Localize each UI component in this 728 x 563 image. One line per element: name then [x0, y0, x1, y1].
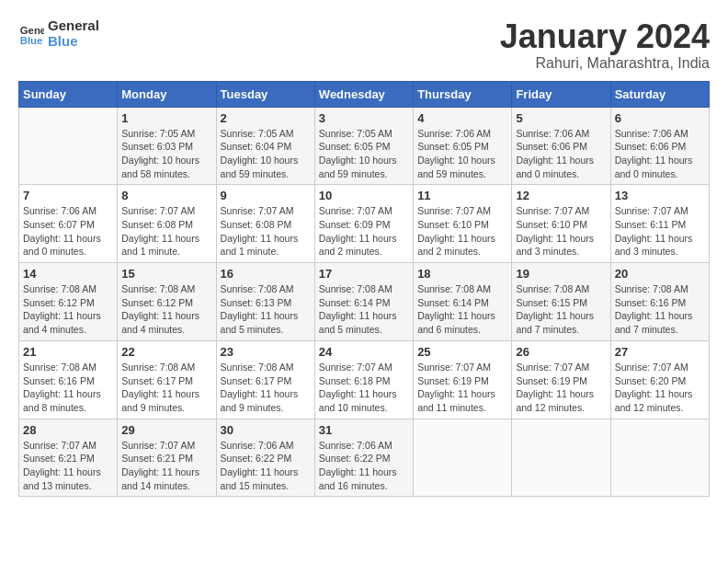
calendar-cell: 26Sunrise: 7:07 AM Sunset: 6:19 PM Dayli…	[512, 340, 610, 419]
day-number: 27	[615, 345, 705, 359]
day-number: 5	[516, 111, 606, 125]
calendar-week-row: 21Sunrise: 7:08 AM Sunset: 6:16 PM Dayli…	[19, 340, 710, 419]
calendar-cell: 20Sunrise: 7:08 AM Sunset: 6:16 PM Dayli…	[610, 263, 709, 341]
day-number: 4	[417, 111, 507, 125]
day-number: 19	[516, 267, 606, 281]
day-number: 29	[121, 423, 211, 437]
day-number: 25	[417, 345, 507, 359]
calendar-cell: 21Sunrise: 7:08 AM Sunset: 6:16 PM Dayli…	[19, 340, 118, 419]
calendar-week-row: 7Sunrise: 7:06 AM Sunset: 6:07 PM Daylig…	[19, 185, 710, 263]
calendar-cell: 25Sunrise: 7:07 AM Sunset: 6:19 PM Dayli…	[414, 340, 512, 419]
calendar-cell: 15Sunrise: 7:08 AM Sunset: 6:12 PM Dayli…	[118, 263, 216, 341]
day-info: Sunrise: 7:06 AM Sunset: 6:22 PM Dayligh…	[221, 439, 311, 493]
calendar-cell: 30Sunrise: 7:06 AM Sunset: 6:22 PM Dayli…	[216, 419, 314, 497]
day-number: 23	[221, 345, 311, 359]
calendar-week-row: 28Sunrise: 7:07 AM Sunset: 6:21 PM Dayli…	[19, 419, 710, 497]
calendar-cell: 1Sunrise: 7:05 AM Sunset: 6:03 PM Daylig…	[118, 107, 216, 185]
calendar-cell: 11Sunrise: 7:07 AM Sunset: 6:10 PM Dayli…	[414, 185, 512, 263]
day-info: Sunrise: 7:08 AM Sunset: 6:14 PM Dayligh…	[417, 282, 507, 337]
day-info: Sunrise: 7:08 AM Sunset: 6:14 PM Dayligh…	[319, 282, 409, 337]
day-number: 31	[319, 423, 409, 437]
calendar-cell: 7Sunrise: 7:06 AM Sunset: 6:07 PM Daylig…	[19, 185, 118, 263]
logo-line1: General	[48, 18, 99, 34]
calendar-cell: 19Sunrise: 7:08 AM Sunset: 6:15 PM Dayli…	[512, 263, 610, 341]
day-info: Sunrise: 7:07 AM Sunset: 6:19 PM Dayligh…	[516, 361, 606, 415]
day-number: 7	[23, 189, 113, 202]
logo-line2: Blue	[48, 34, 99, 50]
day-info: Sunrise: 7:07 AM Sunset: 6:09 PM Dayligh…	[319, 204, 409, 259]
weekday-header: Saturday	[610, 81, 709, 107]
day-number: 6	[615, 111, 705, 125]
day-info: Sunrise: 7:05 AM Sunset: 6:04 PM Dayligh…	[221, 127, 311, 181]
day-info: Sunrise: 7:08 AM Sunset: 6:12 PM Dayligh…	[121, 282, 211, 337]
day-number: 26	[516, 345, 606, 359]
calendar-table: SundayMondayTuesdayWednesdayThursdayFrid…	[18, 81, 710, 498]
day-number: 12	[516, 189, 606, 202]
weekday-header: Thursday	[414, 81, 512, 107]
day-number: 1	[121, 111, 211, 125]
day-info: Sunrise: 7:08 AM Sunset: 6:13 PM Dayligh…	[221, 282, 311, 337]
day-number: 8	[121, 189, 211, 202]
calendar-week-row: 1Sunrise: 7:05 AM Sunset: 6:03 PM Daylig…	[19, 107, 710, 185]
svg-text:Blue: Blue	[20, 35, 43, 46]
day-number: 16	[221, 267, 311, 281]
day-info: Sunrise: 7:07 AM Sunset: 6:21 PM Dayligh…	[23, 439, 113, 493]
calendar-cell: 28Sunrise: 7:07 AM Sunset: 6:21 PM Dayli…	[19, 419, 118, 497]
day-info: Sunrise: 7:05 AM Sunset: 6:05 PM Dayligh…	[319, 127, 409, 181]
weekday-header: Monday	[118, 81, 216, 107]
day-number: 22	[121, 345, 211, 359]
calendar-cell	[610, 419, 709, 497]
day-number: 10	[319, 189, 409, 202]
day-number: 11	[417, 189, 507, 202]
calendar-cell: 12Sunrise: 7:07 AM Sunset: 6:10 PM Dayli…	[512, 185, 610, 263]
day-number: 9	[221, 189, 311, 202]
day-number: 24	[319, 345, 409, 359]
day-info: Sunrise: 7:07 AM Sunset: 6:11 PM Dayligh…	[615, 204, 705, 259]
day-info: Sunrise: 7:07 AM Sunset: 6:21 PM Dayligh…	[121, 439, 211, 493]
day-info: Sunrise: 7:08 AM Sunset: 6:17 PM Dayligh…	[221, 361, 311, 415]
calendar-week-row: 14Sunrise: 7:08 AM Sunset: 6:12 PM Dayli…	[19, 263, 710, 341]
weekday-header: Sunday	[19, 81, 118, 107]
calendar-cell: 16Sunrise: 7:08 AM Sunset: 6:13 PM Dayli…	[216, 263, 314, 341]
calendar-cell: 31Sunrise: 7:06 AM Sunset: 6:22 PM Dayli…	[314, 419, 413, 497]
calendar-cell: 18Sunrise: 7:08 AM Sunset: 6:14 PM Dayli…	[414, 263, 512, 341]
day-number: 3	[319, 111, 409, 125]
logo-icon: General Blue	[18, 21, 44, 47]
logo: General Blue General Blue	[18, 18, 99, 49]
calendar-header-row: SundayMondayTuesdayWednesdayThursdayFrid…	[19, 81, 710, 107]
calendar-cell: 13Sunrise: 7:07 AM Sunset: 6:11 PM Dayli…	[610, 185, 709, 263]
calendar-cell: 23Sunrise: 7:08 AM Sunset: 6:17 PM Dayli…	[216, 340, 314, 419]
day-number: 15	[121, 267, 211, 281]
day-number: 21	[23, 345, 113, 359]
day-number: 20	[615, 267, 705, 281]
day-info: Sunrise: 7:07 AM Sunset: 6:08 PM Dayligh…	[121, 204, 211, 259]
calendar-cell: 17Sunrise: 7:08 AM Sunset: 6:14 PM Dayli…	[314, 263, 413, 341]
day-number: 28	[23, 423, 113, 437]
calendar-cell	[512, 419, 610, 497]
day-number: 17	[319, 267, 409, 281]
svg-text:General: General	[20, 25, 44, 36]
day-number: 18	[417, 267, 507, 281]
day-info: Sunrise: 7:08 AM Sunset: 6:12 PM Dayligh…	[23, 282, 113, 337]
day-info: Sunrise: 7:08 AM Sunset: 6:16 PM Dayligh…	[23, 361, 113, 415]
calendar-cell: 6Sunrise: 7:06 AM Sunset: 6:06 PM Daylig…	[610, 107, 709, 185]
weekday-header: Friday	[512, 81, 610, 107]
day-info: Sunrise: 7:07 AM Sunset: 6:18 PM Dayligh…	[319, 361, 409, 415]
calendar-cell	[414, 419, 512, 497]
calendar-cell: 14Sunrise: 7:08 AM Sunset: 6:12 PM Dayli…	[19, 263, 118, 341]
calendar-cell: 2Sunrise: 7:05 AM Sunset: 6:04 PM Daylig…	[216, 107, 314, 185]
calendar-cell: 3Sunrise: 7:05 AM Sunset: 6:05 PM Daylig…	[314, 107, 413, 185]
calendar-cell: 24Sunrise: 7:07 AM Sunset: 6:18 PM Dayli…	[314, 340, 413, 419]
day-info: Sunrise: 7:07 AM Sunset: 6:10 PM Dayligh…	[516, 204, 606, 259]
day-info: Sunrise: 7:08 AM Sunset: 6:17 PM Dayligh…	[121, 361, 211, 415]
day-number: 14	[23, 267, 113, 281]
day-info: Sunrise: 7:05 AM Sunset: 6:03 PM Dayligh…	[121, 127, 211, 181]
calendar-cell: 8Sunrise: 7:07 AM Sunset: 6:08 PM Daylig…	[118, 185, 216, 263]
page-header: General Blue General Blue January 2024 R…	[18, 18, 710, 72]
day-number: 2	[221, 111, 311, 125]
calendar-cell: 10Sunrise: 7:07 AM Sunset: 6:09 PM Dayli…	[314, 185, 413, 263]
day-info: Sunrise: 7:06 AM Sunset: 6:05 PM Dayligh…	[417, 127, 507, 181]
day-info: Sunrise: 7:06 AM Sunset: 6:06 PM Dayligh…	[516, 127, 606, 181]
weekday-header: Tuesday	[216, 81, 314, 107]
calendar-cell: 22Sunrise: 7:08 AM Sunset: 6:17 PM Dayli…	[118, 340, 216, 419]
